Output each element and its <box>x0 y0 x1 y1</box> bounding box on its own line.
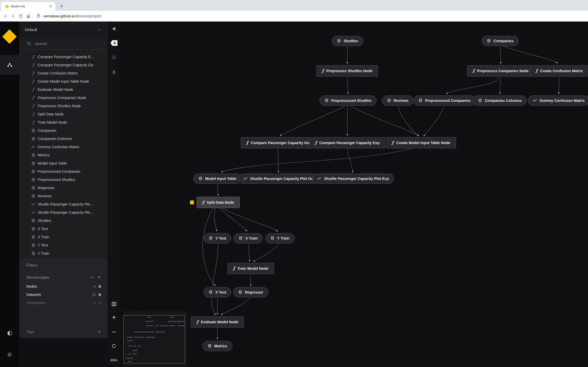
edge-companies-to-preprocess-companies-node <box>500 47 501 64</box>
filter-indicator-icon[interactable] <box>99 294 101 296</box>
tab-close-icon[interactable]: × <box>48 4 53 9</box>
graph-node-shuttle-passenger-capacity-plot-go[interactable]: Shuttle Passenger Capacity Plot Go <box>238 174 319 184</box>
list-item[interactable]: X Test <box>19 225 108 233</box>
list-item-label: Preprocess Shuttles Node <box>38 104 81 108</box>
node-list: ƒCompare Passenger Capacity E…ƒCompare P… <box>19 53 108 257</box>
graph-node-dummy-confusion-matrix[interactable]: Dummy Confusion Matrix <box>528 95 588 106</box>
browser-tab[interactable]: Kedro-Viz × <box>1 2 55 11</box>
list-item[interactable]: Preprocessed Shuttles <box>19 176 108 184</box>
graph-node-model-input-table[interactable]: Model Input Table <box>193 174 242 184</box>
settings-button[interactable]: ⚙ <box>0 349 19 361</box>
graph-node-evaluate-model-node[interactable]: ƒEvaluate Model Node <box>191 316 244 328</box>
theme-toggle-button[interactable] <box>0 327 19 339</box>
graph-node-shuttles[interactable]: Shuttles <box>332 36 363 46</box>
list-item[interactable]: ƒCreate Model Input Table Node <box>19 77 108 85</box>
reload-icon[interactable] <box>17 12 25 20</box>
database-icon <box>31 128 35 133</box>
filter-row-parameters[interactable]: Parameters1 <box>26 299 102 306</box>
graph-node-regressor[interactable]: Regressor <box>233 287 268 297</box>
toggle-minimap-button[interactable] <box>108 298 120 310</box>
graph-node-preprocessed-shuttles[interactable]: Preprocessed Shuttles <box>319 95 376 106</box>
graph-node-companies[interactable]: Companies <box>482 36 519 46</box>
tags-group[interactable]: Tags <box>26 329 102 335</box>
list-item[interactable]: Shuttle Passenger Capacity Plo… <box>19 208 108 217</box>
chevron-left-icon[interactable] <box>98 330 100 333</box>
filter-row-datasets[interactable]: Datasets16 <box>26 291 102 298</box>
database-icon <box>31 251 35 255</box>
graph-node-label: Shuttle Passenger Capacity Plot Exp <box>324 177 389 181</box>
graph-node-split-data-node[interactable]: ƒSplit Data Node <box>197 197 240 208</box>
list-item[interactable]: Metrics <box>19 151 108 159</box>
edge-preprocessed-shuttles-to-create-model-input-table-node <box>351 106 419 136</box>
pipeline-selector[interactable]: Default <box>19 21 108 38</box>
zoom-in-button[interactable]: + <box>108 312 120 323</box>
list-item-label: Compare Passenger Capacity Go <box>38 63 93 67</box>
list-item[interactable]: Shuttles <box>19 217 108 225</box>
graph-node-preprocess-companies-node[interactable]: ƒPreprocess Companies Node <box>467 65 534 77</box>
graph-node-create-confusion-matrix[interactable]: ƒCreate Confusion Matrix <box>530 65 588 77</box>
graph-node-x-test[interactable]: X Test <box>204 287 231 297</box>
graph-node-y-train[interactable]: Y Train <box>265 233 295 243</box>
graph-node-label: Dummy Confusion Matrix <box>540 99 585 103</box>
new-tab-button[interactable]: + <box>58 3 65 10</box>
list-item[interactable]: Dummy Confusion Matrix <box>19 143 108 151</box>
search-input[interactable]: Search <box>25 38 106 50</box>
database-icon <box>31 153 35 157</box>
flowchart-view-button[interactable] <box>0 55 19 74</box>
graph-node-train-model-node[interactable]: ƒTrain Model Node <box>227 263 274 274</box>
list-item[interactable]: Y Train <box>19 249 108 257</box>
graph-node-companies-columns[interactable]: Companies Columns <box>473 95 527 106</box>
back-icon[interactable] <box>2 12 9 20</box>
list-item[interactable]: ƒCompare Passenger Capacity Go <box>19 61 108 69</box>
list-item[interactable]: Model Input Table <box>19 159 108 167</box>
graph-node-x-train[interactable]: X Train <box>234 233 263 243</box>
database-icon <box>31 137 35 141</box>
chevron-down-icon[interactable] <box>98 277 100 278</box>
list-item[interactable]: Reviews <box>19 192 108 200</box>
list-item[interactable]: Regressor <box>19 184 108 192</box>
list-item[interactable]: Preprocessed Companies <box>19 167 108 176</box>
graph-node-reviews[interactable]: Reviews <box>382 95 414 106</box>
list-item[interactable]: Shuttle Passenger Capacity Plo… <box>19 200 108 208</box>
list-item[interactable]: ƒTrain Model Node <box>19 118 108 126</box>
edge-shuttles-to-preprocess-shuttles-node <box>347 47 348 64</box>
filter-indicator-icon[interactable] <box>99 285 101 288</box>
home-icon[interactable] <box>25 12 32 20</box>
toggle-layers-button[interactable] <box>108 52 120 63</box>
graph-node-create-model-input-table-node[interactable]: ƒCreate Model Input Table Node <box>386 137 456 148</box>
minimap[interactable] <box>123 311 187 367</box>
graph-node-preprocess-shuttles-node[interactable]: ƒPreprocess Shuttles Node <box>316 65 378 77</box>
forward-icon[interactable] <box>9 12 17 20</box>
list-item[interactable]: Y Test <box>19 241 108 249</box>
zoom-out-button[interactable]: − <box>108 326 120 338</box>
collapse-sidebar-button[interactable]: « <box>108 23 120 34</box>
graph-node-shuttle-passenger-capacity-plot-exp[interactable]: Shuttle Passenger Capacity Plot Exp <box>312 174 394 184</box>
filter-indicator-icon[interactable] <box>99 302 101 304</box>
function-icon: ƒ <box>33 104 34 108</box>
minimap-node <box>128 346 131 347</box>
kedro-logo-icon[interactable] <box>2 29 17 44</box>
list-item[interactable]: ƒPreprocess Shuttles Node <box>19 102 108 110</box>
database-icon <box>209 290 213 294</box>
filter-row-nodes[interactable]: Nodes9 <box>26 283 102 290</box>
reset-zoom-button[interactable] <box>108 340 120 352</box>
address-bar[interactable]: nerookwa.github.io/demovizproject/ <box>37 14 101 19</box>
list-item[interactable]: ƒPreprocess Companies Node <box>19 94 108 102</box>
graph-node-metrics[interactable]: Metrics <box>203 341 233 351</box>
graph-node-compare-passenger-capacity-go[interactable]: ƒCompare Passenger Capacity Go <box>241 137 315 148</box>
toggle-labels-button[interactable]: A <box>108 37 120 49</box>
export-button[interactable] <box>108 66 120 77</box>
minus-icon[interactable] <box>90 277 93 278</box>
list-item[interactable]: Companies <box>19 126 108 135</box>
list-item[interactable]: ƒSplit Data Node <box>19 110 108 118</box>
graph-node-y-test[interactable]: Y Test <box>204 233 231 243</box>
list-item[interactable]: Companies Columns <box>19 135 108 143</box>
graph-node-compare-passenger-capacity-exp[interactable]: ƒCompare Passenger Capacity Exp <box>309 137 385 148</box>
list-item[interactable]: ƒCreate Confusion Matrix <box>19 69 108 77</box>
flowchart-canvas[interactable]: ShuttlesCompaniesƒPreprocess Shuttles No… <box>120 21 588 367</box>
element-types-group[interactable]: Element types <box>26 274 102 280</box>
list-item[interactable]: ƒEvaluate Model Node <box>19 85 108 94</box>
graph-node-preprocessed-companies[interactable]: Preprocessed Companies <box>413 95 476 106</box>
list-item[interactable]: ƒCompare Passenger Capacity E… <box>19 53 108 61</box>
list-item[interactable]: X Train <box>19 233 108 241</box>
